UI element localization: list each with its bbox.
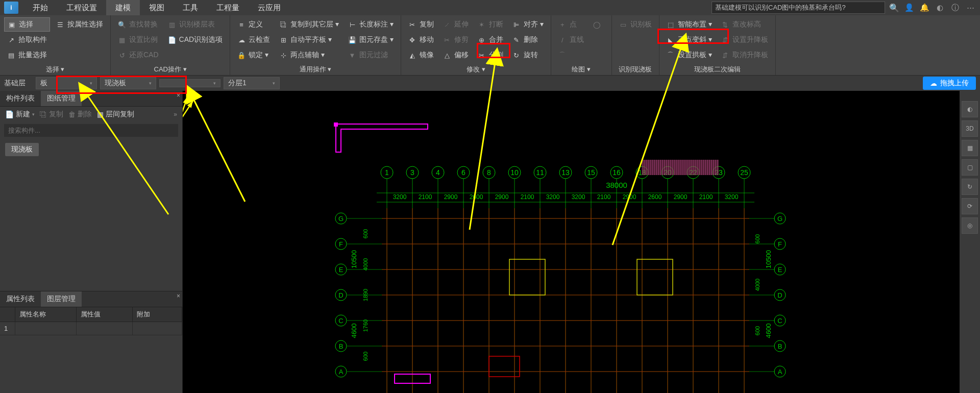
search-input[interactable] — [4, 124, 178, 137]
combo-layer[interactable]: 分层1 — [224, 77, 280, 89]
menu-view[interactable]: 视图 — [140, 0, 174, 15]
component-item[interactable]: 现浇板 — [5, 143, 39, 156]
ribbon-打断[interactable]: ✶打断 — [475, 17, 506, 32]
ribbon-智能布置 ▾[interactable]: ⬚智能布置 ▾ — [664, 17, 715, 32]
info-icon[interactable]: ⓘ — [949, 2, 961, 13]
ribbon-group-label[interactable]: 绘图 ▾ — [555, 64, 607, 74]
combo-subcategory[interactable]: 现浇板 — [100, 77, 156, 89]
property-row[interactable]: 1 — [0, 322, 182, 335]
menu-project-settings[interactable]: 工程设置 — [57, 0, 106, 15]
ribbon-旋转[interactable]: ↻旋转 — [509, 48, 547, 62]
ribbon-识别楼层表[interactable]: ▥识别楼层表 — [165, 17, 226, 32]
ribbon-group-label[interactable]: CAD操作 ▾ — [115, 64, 226, 74]
tab-properties[interactable]: 属性列表 — [0, 291, 41, 307]
svg-text:2600: 2600 — [648, 193, 662, 201]
ribbon-CAD识别选项[interactable]: 📄CAD识别选项 — [165, 33, 226, 47]
menu-modeling[interactable]: 建模 — [106, 0, 140, 15]
copy-button[interactable]: ⿻复制 — [40, 110, 63, 119]
ribbon-两点辅轴 ▾[interactable]: ⊹两点辅轴 ▾ — [276, 48, 342, 62]
svg-text:10500: 10500 — [765, 250, 772, 268]
ribbon-三点变斜 ▾[interactable]: ◣三点变斜 ▾ — [664, 33, 715, 47]
ribbon-延伸[interactable]: ⟋延伸 — [440, 17, 472, 32]
ribbon-批量选择[interactable]: ▤批量选择 — [4, 48, 50, 62]
menu-start[interactable]: 开始 — [23, 0, 57, 15]
svg-marker-179 — [183, 96, 188, 104]
drawing-canvas[interactable]: 1346810111315161820222325380003200210029… — [183, 91, 960, 393]
drag-upload-button[interactable]: ☁ 拖拽上传 — [923, 77, 976, 90]
user-icon[interactable]: 👤 — [903, 2, 915, 13]
ribbon-group-label[interactable]: 通用操作 ▾ — [234, 64, 397, 74]
ribbon-设置升降板[interactable]: ⇵设置升降板 — [718, 33, 771, 47]
ribbon-btn[interactable]: ⌒ — [555, 48, 587, 62]
bell-icon[interactable]: 🔔 — [919, 2, 930, 13]
ribbon-icon: ⬚ — [667, 20, 675, 29]
menu-quantity[interactable]: 工程量 — [207, 0, 249, 15]
panel-close-icon[interactable]: × — [177, 92, 180, 99]
ribbon-定义[interactable]: ≡定义 — [234, 17, 273, 32]
view-grid-icon[interactable]: ▦ — [962, 140, 978, 156]
interlayer-copy-button[interactable]: ▦层间复制 — [97, 110, 134, 119]
ribbon-点[interactable]: +点 — [555, 17, 587, 32]
view-sphere-icon[interactable]: ◐ — [962, 101, 978, 117]
ribbon-查改标高[interactable]: ⇅查改标高 — [718, 17, 771, 32]
col-prop-value: 属性值 — [77, 307, 133, 322]
combo-component[interactable] — [159, 79, 220, 87]
ribbon-复制到其它层 ▾[interactable]: ⿻复制到其它层 ▾ — [276, 17, 342, 32]
ribbon-图元过滤[interactable]: ▼图元过滤 — [345, 48, 397, 62]
ribbon-查找替换[interactable]: 🔍查找替换 — [115, 17, 162, 32]
tab-drawing-mgmt[interactable]: 图纸管理 — [41, 91, 82, 106]
view-rotate-ccw-icon[interactable]: ⟳ — [962, 198, 978, 214]
new-button[interactable]: 📄新建 ▾ — [5, 110, 35, 119]
skin-icon[interactable]: ◐ — [934, 2, 945, 13]
ribbon-取消升降板[interactable]: ⇵取消升降板 — [718, 48, 771, 62]
tab-layer-mgmt[interactable]: 图层管理 — [41, 291, 82, 307]
ribbon-偏移[interactable]: △偏移 — [440, 48, 472, 62]
combo-category[interactable]: 板 — [36, 77, 97, 89]
ribbon-设置拱板 ▾[interactable]: ⌒设置拱板 ▾ — [664, 48, 715, 62]
ribbon-对齐 ▾[interactable]: ⊫对齐 ▾ — [509, 17, 547, 32]
ribbon-选择[interactable]: ▣选择 — [4, 17, 50, 32]
ribbon-合并[interactable]: ⊕合并 — [475, 33, 506, 47]
svg-text:1760: 1760 — [362, 320, 369, 332]
more-icon[interactable]: » — [174, 111, 177, 118]
menu-cloud[interactable]: 云应用 — [249, 0, 290, 15]
svg-marker-176 — [187, 101, 193, 108]
ribbon-直线[interactable]: /直线 — [555, 33, 587, 47]
ribbon-btn[interactable]: ◯ — [590, 17, 607, 32]
search-icon[interactable]: 🔍 — [889, 3, 899, 13]
ribbon-图元存盘 ▾[interactable]: 💾图元存盘 ▾ — [345, 33, 397, 47]
view-3d-icon[interactable]: 3D — [962, 120, 978, 137]
ribbon-group-label[interactable]: 识别现浇板 — [616, 64, 655, 74]
lower-panel-close-icon[interactable]: × — [177, 292, 180, 300]
svg-text:B: B — [778, 342, 782, 350]
ribbon-锁定 ▾[interactable]: 🔒锁定 ▾ — [234, 48, 273, 62]
ribbon-云检查[interactable]: ☁云检查 — [234, 33, 273, 47]
ribbon-复制[interactable]: ✂复制 — [405, 17, 437, 32]
ribbon-删除[interactable]: ✎删除 — [509, 33, 547, 47]
ribbon-拾取构件[interactable]: ↗拾取构件 — [4, 33, 50, 47]
ribbon-自动平齐板 ▾[interactable]: ⊞自动平齐板 ▾ — [276, 33, 342, 47]
view-target-icon[interactable]: ◎ — [962, 217, 978, 234]
ribbon-group-label[interactable]: 修改 ▾ — [405, 64, 547, 74]
svg-text:3200: 3200 — [572, 193, 585, 201]
ribbon-移动[interactable]: ✥移动 — [405, 33, 437, 47]
ribbon-修剪[interactable]: ✂修剪 — [440, 33, 472, 47]
ribbon-镜像[interactable]: ◭镜像 — [405, 48, 437, 62]
ribbon-识别板[interactable]: ▭识别板 — [616, 17, 655, 32]
menu-tools[interactable]: 工具 — [174, 0, 207, 15]
more-icon[interactable]: ⋯ — [965, 2, 976, 13]
ribbon-group-label[interactable]: 现浇板二次编辑 — [664, 64, 771, 74]
view-box-icon[interactable]: ▢ — [962, 159, 978, 176]
ribbon-按属性选择[interactable]: ☰按属性选择 — [53, 17, 106, 32]
ribbon-长度标注 ▾[interactable]: ⊢长度标注 ▾ — [345, 17, 397, 32]
tab-component-list[interactable]: 构件列表 — [0, 91, 41, 106]
view-rotate-cw-icon[interactable]: ↻ — [962, 179, 978, 195]
ribbon-还原CAD[interactable]: ↺还原CAD — [115, 48, 162, 62]
ribbon-分割[interactable]: ✂分割 — [475, 48, 506, 62]
ribbon-group-label[interactable]: 选择 ▾ — [4, 64, 106, 74]
help-search[interactable]: 基础建模可以识别CAD图中的独基和承台吗? — [712, 2, 885, 14]
ribbon-设置比例[interactable]: ▦设置比例 — [115, 33, 162, 47]
delete-button[interactable]: 🗑删除 — [68, 110, 92, 119]
svg-line-175 — [183, 101, 193, 224]
svg-text:600: 600 — [362, 229, 369, 238]
